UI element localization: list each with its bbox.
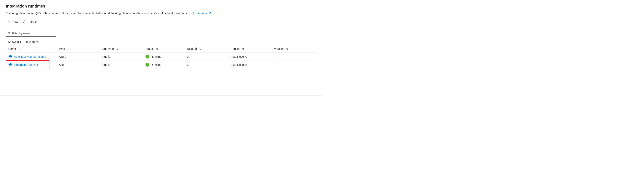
column-header-status-label: Status — [146, 47, 154, 50]
runtime-name: integrationRuntime1 — [14, 63, 40, 66]
filter-box[interactable] — [6, 30, 56, 36]
showing-count: Showing 1 - 2 of 2 items — [8, 40, 316, 43]
cell-subtype: Public — [102, 55, 146, 58]
svg-point-3 — [11, 65, 12, 65]
new-button[interactable]: New — [7, 19, 18, 24]
learn-more-label: Learn more — [193, 11, 208, 15]
column-header-name[interactable]: Name — [8, 47, 59, 50]
refresh-button-label: Refresh — [28, 20, 38, 23]
column-header-type[interactable]: Type — [59, 47, 102, 50]
cell-related: 0 — [187, 63, 230, 66]
cell-subtype: Public — [102, 63, 146, 66]
runtime-name-link[interactable]: AutoResolveIntegrationR… — [8, 55, 49, 58]
filter-icon — [8, 32, 10, 35]
cell-type: Azure — [59, 63, 102, 66]
column-header-related[interactable]: Related — [187, 47, 230, 50]
column-header-type-label: Type — [59, 47, 65, 50]
table-header: Name Type Sub-type — [6, 45, 316, 53]
cell-region: Auto Resolve — [230, 63, 274, 66]
column-header-version-label: Version — [274, 47, 284, 50]
sort-icon — [242, 47, 244, 50]
sort-icon — [199, 47, 202, 50]
runtime-name: AutoResolveIntegrationR… — [14, 55, 49, 58]
runtimes-table: Name Type Sub-type — [6, 45, 316, 69]
cell-version: --- — [274, 63, 314, 66]
sort-icon — [156, 47, 158, 50]
page-description: The integration runtime (IR) is the comp… — [6, 11, 191, 15]
filter-area — [6, 30, 316, 36]
column-header-status[interactable]: Status — [146, 47, 187, 50]
status-cell: Running — [146, 55, 161, 58]
page-title: Integration runtimes — [6, 4, 316, 8]
runtime-name-link[interactable]: integrationRuntime1 — [8, 63, 40, 67]
table-row: AutoResolveIntegrationR… Azure Public Ru… — [6, 53, 316, 61]
column-header-subtype-label: Sub-type — [102, 47, 114, 50]
status-text: Running — [151, 55, 161, 58]
status-ok-icon — [146, 55, 149, 58]
external-link-icon — [209, 11, 212, 15]
svg-point-1 — [11, 57, 12, 57]
column-header-related-label: Related — [187, 47, 197, 50]
page-description-row: The integration runtime (IR) is the comp… — [6, 11, 316, 15]
status-text: Running — [151, 63, 161, 66]
cell-region: Auto Resolve — [230, 55, 274, 58]
column-header-region-label: Region — [230, 47, 240, 50]
sort-icon — [116, 47, 119, 50]
refresh-icon — [22, 20, 26, 23]
plus-icon — [8, 20, 11, 23]
runtime-cloud-icon — [8, 55, 12, 58]
sort-icon — [18, 47, 21, 50]
column-header-version[interactable]: Version — [274, 47, 314, 50]
new-button-label: New — [12, 20, 18, 23]
refresh-button[interactable]: Refresh — [22, 19, 38, 24]
column-header-name-label: Name — [8, 47, 16, 50]
table-row: integrationRuntime1 Azure Public Running… — [6, 61, 316, 69]
status-ok-icon — [146, 63, 149, 67]
filter-input[interactable] — [12, 32, 54, 35]
sort-icon — [286, 47, 288, 50]
runtime-cloud-icon — [8, 63, 12, 67]
cell-related: 0 — [187, 55, 230, 58]
column-header-subtype[interactable]: Sub-type — [102, 47, 146, 50]
learn-more-link[interactable]: Learn more — [193, 11, 212, 15]
integration-runtimes-page: Integration runtimes The integration run… — [0, 0, 322, 95]
cell-version: --- — [274, 55, 314, 58]
cell-type: Azure — [59, 55, 102, 58]
status-cell: Running — [146, 63, 161, 67]
toolbar: New Refresh — [6, 18, 316, 27]
sort-icon — [67, 47, 70, 50]
column-header-region[interactable]: Region — [230, 47, 274, 50]
